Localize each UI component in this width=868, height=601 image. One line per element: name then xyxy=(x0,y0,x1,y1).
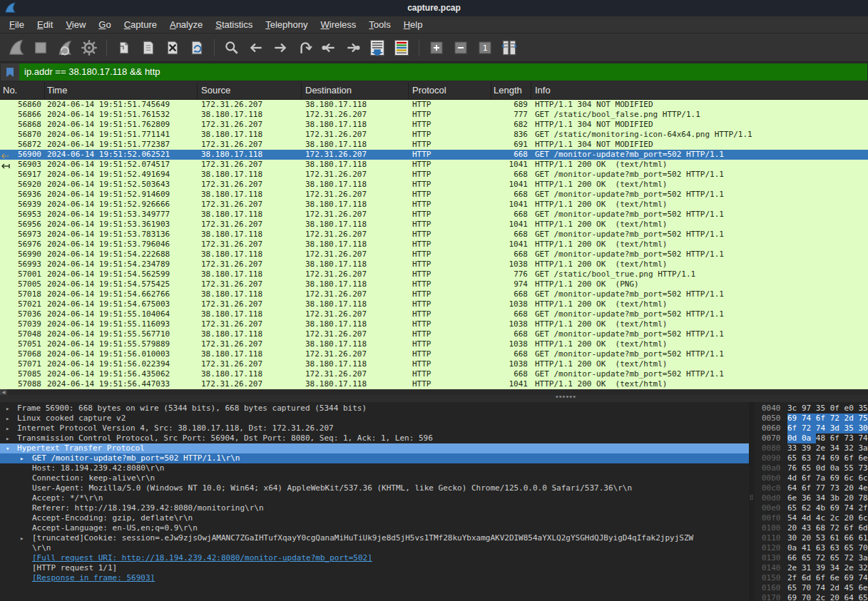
column-divider[interactable] xyxy=(491,82,491,100)
detail-line[interactable]: ▾Hypertext Transfer Protocol xyxy=(0,443,749,453)
filter-bookmark-button[interactable] xyxy=(1,63,19,81)
hex-row-00a0[interactable]: 00a076650d0a5573 xyxy=(755,463,868,473)
packet-row-56993[interactable]: 569932024-06-14 19:51:54.234789172.31.26… xyxy=(0,260,868,269)
packet-row-56920[interactable]: 569202024-06-14 19:51:52.503643172.31.26… xyxy=(0,180,868,190)
detail-line[interactable]: Referer: http://18.194.239.42:8080/monit… xyxy=(0,503,749,513)
resize-columns-icon[interactable] xyxy=(498,37,521,58)
detail-line[interactable]: [Response in frame: 56903] xyxy=(0,573,749,583)
packet-row-56976[interactable]: 569762024-06-14 19:51:53.796046172.31.26… xyxy=(0,240,868,250)
hex-row-00d0[interactable]: 00d06e36343b2078 xyxy=(755,493,868,503)
packet-row-56956[interactable]: 569562024-06-14 19:51:53.361903172.31.26… xyxy=(0,220,868,230)
menu-file[interactable]: File xyxy=(3,16,31,34)
go-back-icon[interactable] xyxy=(245,37,267,58)
detail-line[interactable]: Accept-Language: en-US,en;q=0.9\r\n xyxy=(0,523,749,533)
packet-row-56903[interactable]: 569032024-06-14 19:51:52.074517172.31.26… xyxy=(0,160,868,170)
menu-capture[interactable]: Capture xyxy=(118,16,163,34)
detail-line[interactable]: Connection: keep-alive\r\n xyxy=(0,473,749,483)
go-last-packet-icon[interactable] xyxy=(342,37,364,58)
hex-row-0040[interactable]: 00403c97350fe035 xyxy=(755,404,868,413)
detail-line[interactable]: User-Agent: Mozilla/5.0 (Windows NT 10.0… xyxy=(0,483,749,493)
packet-row-57021[interactable]: 570212024-06-14 19:51:54.675003172.31.26… xyxy=(0,299,868,309)
start-capture-icon[interactable] xyxy=(5,37,28,58)
display-filter-input[interactable]: ip.addr == 38.180.17.118 && http xyxy=(19,63,867,81)
go-forward-icon[interactable] xyxy=(269,37,292,58)
packet-row-57088[interactable]: 570882024-06-14 19:51:56.447033172.31.26… xyxy=(0,379,868,389)
collapsed-arrow-icon[interactable]: ▸ xyxy=(6,404,9,413)
packet-row-57048[interactable]: 570482024-06-14 19:51:55.56771038.180.17… xyxy=(0,329,868,339)
packet-row-56870[interactable]: 568702024-06-14 19:51:51.77114138.180.17… xyxy=(0,130,868,140)
packet-row-56953[interactable]: 569532024-06-14 19:51:53.34977738.180.17… xyxy=(0,210,868,220)
column-divider[interactable] xyxy=(531,82,531,100)
collapsed-arrow-icon[interactable]: ▸ xyxy=(20,533,24,543)
packet-row-57085[interactable]: 570852024-06-14 19:51:56.43506238.180.17… xyxy=(0,369,868,379)
packet-row-56917[interactable]: 569172024-06-14 19:51:52.49169438.180.17… xyxy=(0,170,868,180)
detail-line[interactable]: \r\n xyxy=(0,543,749,553)
detail-line[interactable]: ▸Frame 56900: 668 bytes on wire (5344 bi… xyxy=(0,404,749,413)
collapsed-arrow-icon[interactable]: ▸ xyxy=(6,413,9,423)
hex-row-00c0[interactable]: 00c0646f7773204e xyxy=(755,483,868,493)
column-header-protocol[interactable]: Protocol xyxy=(412,85,446,96)
hex-row-00b0[interactable]: 00b04d6f7a696c6c xyxy=(755,473,868,483)
packet-row-57036[interactable]: 570362024-06-14 19:51:55.10406438.180.17… xyxy=(0,309,868,319)
hex-row-0080[interactable]: 008033392e34323a xyxy=(755,443,868,453)
collapsed-arrow-icon[interactable]: ▸ xyxy=(6,433,9,443)
hex-row-0110[interactable]: 0110302053616661 xyxy=(755,533,868,543)
column-header-no[interactable]: No. xyxy=(3,85,17,96)
hex-row-0060[interactable]: 00606f72743d3530 xyxy=(755,423,868,433)
hex-row-0050[interactable]: 005069746f722d75 xyxy=(755,413,868,423)
detail-line[interactable]: [HTTP request 1/1] xyxy=(0,563,749,573)
collapsed-arrow-icon[interactable]: ▸ xyxy=(20,453,24,463)
packet-list-hscrollbar[interactable]: ◀ xyxy=(0,389,868,395)
find-packet-icon[interactable] xyxy=(220,37,243,58)
column-header-info[interactable]: Info xyxy=(535,85,551,96)
packet-row-56872[interactable]: 568722024-06-14 19:51:51.772387172.31.26… xyxy=(0,140,868,150)
menu-wireless[interactable]: Wireless xyxy=(315,16,363,34)
packet-row-57071[interactable]: 570712024-06-14 19:51:56.022394172.31.26… xyxy=(0,359,868,369)
detail-line[interactable]: ▸Linux cooked capture v2 xyxy=(0,413,749,423)
column-header-destination[interactable]: Destination xyxy=(305,85,352,96)
stop-capture-icon[interactable] xyxy=(29,37,52,58)
hex-row-0170[interactable]: 017069702c206465 xyxy=(755,593,868,601)
column-divider[interactable] xyxy=(301,82,302,100)
menu-help[interactable]: Help xyxy=(397,16,429,34)
collapsed-arrow-icon[interactable]: ▸ xyxy=(6,423,9,433)
packet-row-56939[interactable]: 569392024-06-14 19:51:52.926666172.31.26… xyxy=(0,200,868,210)
detail-line[interactable]: [Full request URI: http://18.194.239.42:… xyxy=(0,553,749,563)
hex-row-0100[interactable]: 0100204368726f6d xyxy=(755,523,868,533)
packet-row-56860[interactable]: 568602024-06-14 19:51:51.745649172.31.26… xyxy=(0,100,868,110)
expanded-arrow-icon[interactable]: ▾ xyxy=(6,443,9,453)
zoom-out-icon[interactable] xyxy=(449,37,472,58)
menu-tools[interactable]: Tools xyxy=(362,16,397,34)
column-divider[interactable] xyxy=(408,82,409,100)
colorize-icon[interactable] xyxy=(390,37,413,58)
open-file-icon[interactable] xyxy=(113,37,136,58)
menu-statistics[interactable]: Statistics xyxy=(209,16,259,34)
column-header-time[interactable]: Time xyxy=(47,85,67,96)
packet-row-57005[interactable]: 570052024-06-14 19:51:54.575425172.31.26… xyxy=(0,279,868,289)
save-file-icon[interactable] xyxy=(137,37,160,58)
menu-analyze[interactable]: Analyze xyxy=(163,16,209,34)
close-file-icon[interactable] xyxy=(161,37,184,58)
zoom-original-icon[interactable]: 1 xyxy=(474,37,496,58)
packet-row-56973[interactable]: 569732024-06-14 19:51:53.78313638.180.17… xyxy=(0,230,868,240)
pane-splitter[interactable]: •••••• xyxy=(0,395,868,402)
reload-file-icon[interactable] xyxy=(185,37,208,58)
column-divider[interactable] xyxy=(44,82,45,100)
scroll-left-arrow-icon[interactable]: ◀ xyxy=(0,389,7,395)
hex-row-0160[interactable]: 01606570742d456e xyxy=(755,583,868,593)
packet-row-57039[interactable]: 570392024-06-14 19:51:55.116093172.31.26… xyxy=(0,319,868,329)
zoom-in-icon[interactable] xyxy=(425,37,448,58)
menu-telephony[interactable]: Telephony xyxy=(259,16,314,34)
menu-view[interactable]: View xyxy=(59,16,92,34)
restart-capture-icon[interactable] xyxy=(53,37,76,58)
packet-row-56900[interactable]: 569002024-06-14 19:51:52.06252138.180.17… xyxy=(0,150,868,160)
details-vscrollbar[interactable]: ⁞⁞ xyxy=(749,402,755,601)
hex-row-0090[interactable]: 0090656374696f6e xyxy=(755,453,868,463)
packet-row-56990[interactable]: 569902024-06-14 19:51:54.22268838.180.17… xyxy=(0,250,868,260)
column-header-source[interactable]: Source xyxy=(201,85,230,96)
capture-options-icon[interactable] xyxy=(78,37,101,58)
hex-row-0150[interactable]: 01502f6d6f6e6974 xyxy=(755,573,868,583)
detail-line[interactable]: ▸[truncated]Cookie: session=.eJw9zjsOwjA… xyxy=(0,533,749,543)
detail-line[interactable]: ▸GET /monitor-update?mb_port=502 HTTP/1.… xyxy=(0,453,749,463)
packet-row-57051[interactable]: 570512024-06-14 19:51:55.579889172.31.26… xyxy=(0,339,868,349)
